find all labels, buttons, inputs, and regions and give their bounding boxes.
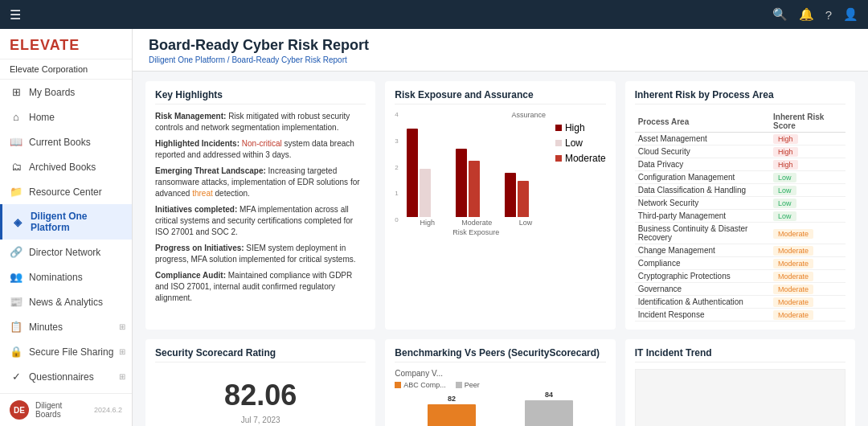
news-analytics-icon: 📰 bbox=[10, 296, 23, 308]
risk-exposure-card: Risk Exposure and Assurance 4 3 2 1 0 As… bbox=[385, 81, 615, 330]
risk-table-row: ComplianceModerate bbox=[635, 257, 845, 270]
company-legend-label: Company V... bbox=[395, 369, 605, 378]
sidebar-item-current-books[interactable]: 📖 Current Books bbox=[0, 129, 132, 154]
risk-table-row: Third-party ManagementLow bbox=[635, 210, 845, 223]
risk-table-row: Data Classification & HandlingLow bbox=[635, 184, 845, 197]
report-body: Key Highlights Risk Management: Risk mit… bbox=[133, 72, 868, 426]
benchmarking-card: Benchmarking Vs Peers (SecurityScorecard… bbox=[385, 339, 615, 426]
current-books-icon: 📖 bbox=[10, 136, 23, 148]
risk-table-row: Business Continuity & Disaster RecoveryM… bbox=[635, 223, 845, 244]
chart-y-axis: 4 3 2 1 0 bbox=[395, 111, 398, 223]
scorecard-card: Security Scorecard Rating 82.06 Jul 7, 2… bbox=[145, 339, 375, 426]
user-icon[interactable]: 👤 bbox=[843, 7, 858, 22]
chart-group-low bbox=[505, 173, 546, 217]
sidebar: ELEVATE Elevate Corporation ⊞ My Boards … bbox=[0, 29, 133, 426]
risk-score-cell: Moderate bbox=[770, 283, 845, 296]
highlight-6: Compliance Audit: Maintained compliance … bbox=[155, 270, 366, 304]
risk-table-row: Incident ResponseModerate bbox=[635, 309, 845, 322]
legend-label-low: Low bbox=[565, 137, 583, 149]
risk-area-cell: Data Privacy bbox=[635, 158, 770, 171]
x-label-high: High bbox=[420, 219, 435, 227]
risk-score-cell: Moderate bbox=[770, 257, 845, 270]
risk-score-cell: Moderate bbox=[770, 244, 845, 257]
logo-text: ELEVATE bbox=[10, 37, 122, 54]
bar-high-low bbox=[420, 169, 431, 217]
boards-icon: ⊞ bbox=[10, 86, 23, 98]
risk-area-cell: Compliance bbox=[635, 257, 770, 270]
risk-score-cell: High bbox=[770, 158, 845, 171]
highlight-3: Emerging Threat Landscape: Increasing ta… bbox=[155, 166, 366, 199]
x-label-low: Low bbox=[519, 219, 533, 227]
archived-books-icon: 🗂 bbox=[10, 161, 23, 173]
risk-score-cell: Moderate bbox=[770, 309, 845, 322]
bench-group-company: 82 bbox=[411, 395, 492, 426]
risk-area-cell: Cloud Security bbox=[635, 145, 770, 158]
diligent-one-icon: ◈ bbox=[12, 216, 24, 228]
highlight-5: Progress on Initiatives: SIEM system dep… bbox=[155, 243, 366, 265]
col-risk-score: Inherent Risk Score bbox=[770, 111, 845, 133]
risk-score-cell: Moderate bbox=[770, 223, 845, 244]
sidebar-item-minutes[interactable]: 📋 Minutes ⊞ bbox=[0, 314, 132, 339]
sidebar-item-my-boards[interactable]: ⊞ My Boards bbox=[0, 80, 132, 104]
expand-icon-2: ⊞ bbox=[119, 347, 125, 356]
breadcrumb-link-2: Board-Ready Cyber Risk Report bbox=[231, 55, 346, 64]
chart-legend: High Low Moderate bbox=[555, 111, 606, 236]
it-trend-card: IT Incident Trend bbox=[625, 339, 855, 426]
sidebar-label-resource-center: Resource Center bbox=[29, 186, 102, 198]
highlight-4: Initiatives completed: MFA implementatio… bbox=[155, 204, 366, 238]
breadcrumb-link-1[interactable]: Diligent One Platform bbox=[149, 55, 225, 64]
bar-low-mod bbox=[518, 181, 529, 217]
risk-area-cell: Configuration Management bbox=[635, 171, 770, 184]
legend-peer-label: Peer bbox=[465, 381, 480, 389]
risk-area-cell: Governance bbox=[635, 283, 770, 296]
sidebar-item-nominations[interactable]: 👥 Nominations bbox=[0, 264, 132, 289]
notification-icon[interactable]: 🔔 bbox=[799, 7, 814, 22]
sidebar-item-director-network[interactable]: 🔗 Director Network bbox=[0, 240, 132, 264]
it-trend-chart bbox=[635, 369, 845, 426]
sidebar-version: 2024.6.2 bbox=[94, 406, 122, 414]
risk-area-cell: Business Continuity & Disaster Recovery bbox=[635, 223, 770, 244]
help-icon[interactable]: ? bbox=[825, 8, 832, 22]
sidebar-label-nominations: Nominations bbox=[29, 272, 83, 283]
sidebar-label-current-books: Current Books bbox=[29, 137, 91, 148]
breadcrumb: Diligent One Platform / Board-Ready Cybe… bbox=[149, 55, 852, 64]
risk-table-row: Asset ManagementHigh bbox=[635, 133, 845, 145]
legend-label-high: High bbox=[565, 122, 585, 133]
legend-dot-high bbox=[555, 125, 562, 131]
nominations-icon: 👥 bbox=[10, 271, 23, 283]
chart-group-moderate bbox=[456, 149, 497, 217]
bench-group-peer: 84 bbox=[509, 391, 590, 426]
sidebar-item-questionnaires[interactable]: ✓ Questionnaires ⊞ bbox=[0, 364, 132, 389]
risk-score-cell: Moderate bbox=[770, 296, 845, 309]
sidebar-item-news-analytics[interactable]: 📰 News & Analytics bbox=[0, 289, 132, 314]
sidebar-label-news-analytics: News & Analytics bbox=[29, 297, 103, 308]
sidebar-bottom: DE Diligent Boards 2024.6.2 bbox=[0, 393, 132, 426]
page-title: Board-Ready Cyber Risk Report bbox=[149, 37, 852, 54]
sidebar-logo: ELEVATE bbox=[0, 29, 132, 59]
risk-score-cell: Low bbox=[770, 184, 845, 197]
search-icon[interactable]: 🔍 bbox=[772, 7, 788, 22]
legend-high: High bbox=[555, 122, 606, 133]
highlight-2: Highlighted Incidents: Non-critical syst… bbox=[155, 138, 366, 161]
risk-area-cell: Cryptographic Protections bbox=[635, 270, 770, 283]
sidebar-item-home[interactable]: ⌂ Home bbox=[0, 104, 132, 129]
sidebar-item-resource-center[interactable]: 📁 Resource Center bbox=[0, 179, 132, 204]
sidebar-item-secure-file-sharing[interactable]: 🔒 Secure File Sharing ⊞ bbox=[0, 339, 132, 364]
sidebar-item-diligent-one[interactable]: ◈ Diligent One Platform bbox=[0, 204, 132, 240]
risk-score-cell: Low bbox=[770, 197, 845, 210]
benchmarking-legend: ABC Comp... Peer bbox=[395, 381, 605, 389]
risk-area-cell: Third-party Management bbox=[635, 210, 770, 223]
assurance-label: Assurance bbox=[407, 111, 546, 119]
sidebar-label-minutes: Minutes bbox=[29, 322, 63, 333]
risk-table-row: Data PrivacyHigh bbox=[635, 158, 845, 171]
bar-mod-high bbox=[456, 149, 467, 217]
legend-peer: Peer bbox=[456, 381, 480, 389]
sidebar-label-archived-books: Archived Books bbox=[29, 162, 96, 173]
scorecard-value: 82.06 bbox=[155, 379, 366, 412]
hamburger-menu[interactable]: ☰ bbox=[10, 7, 21, 23]
key-highlights-card: Key Highlights Risk Management: Risk mit… bbox=[145, 81, 375, 330]
sidebar-item-archived-books[interactable]: 🗂 Archived Books bbox=[0, 154, 132, 179]
risk-area-cell: Asset Management bbox=[635, 133, 770, 145]
col-process-area: Process Area bbox=[635, 111, 770, 133]
bench-bars-container: 82 84 bbox=[395, 392, 605, 426]
